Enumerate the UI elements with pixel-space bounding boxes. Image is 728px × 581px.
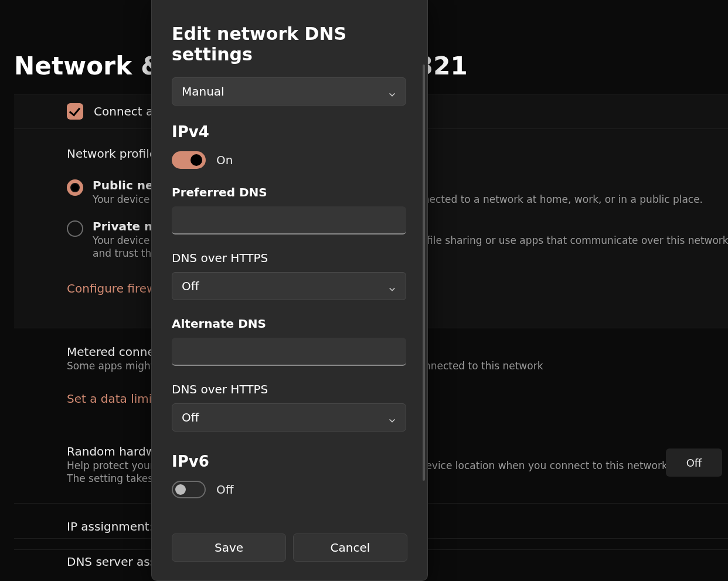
preferred-dns-label: Preferred DNS: [172, 185, 407, 199]
dialog-buttons: Save Cancel: [172, 534, 407, 562]
doh-dropdown[interactable]: Off: [172, 272, 406, 300]
mode-dropdown[interactable]: Manual: [172, 77, 406, 106]
dialog-title: Edit network DNS settings: [172, 23, 407, 64]
doh2-label: DNS over HTTPS: [172, 382, 407, 396]
radio-private[interactable]: [67, 220, 83, 237]
save-button[interactable]: Save: [172, 534, 286, 562]
random-hw-dropdown[interactable]: Off: [666, 449, 722, 477]
doh2-value: Off: [182, 410, 199, 424]
preferred-dns-input[interactable]: [172, 206, 406, 235]
chevron-down-icon: [388, 87, 396, 96]
ipv6-toggle[interactable]: [172, 481, 206, 498]
chevron-down-icon: [388, 282, 396, 290]
doh2-dropdown[interactable]: Off: [172, 403, 406, 431]
radio-public[interactable]: [67, 179, 83, 196]
alternate-dns-label: Alternate DNS: [172, 317, 407, 331]
alternate-dns-input[interactable]: [172, 338, 406, 366]
ipv4-toggle-label: On: [216, 153, 233, 167]
dialog-content: Edit network DNS settings Manual IPv4 On…: [172, 23, 407, 557]
ipv6-toggle-label: Off: [216, 483, 234, 497]
connect-auto-checkbox[interactable]: [67, 103, 83, 120]
doh-label: DNS over HTTPS: [172, 251, 407, 265]
doh-value: Off: [182, 279, 199, 293]
chevron-down-icon: [388, 413, 396, 422]
ipv6-heading: IPv6: [172, 453, 407, 470]
edit-dns-dialog: Edit network DNS settings Manual IPv4 On…: [151, 0, 428, 581]
ip-assignment-label: IP assignment:: [14, 519, 153, 534]
mode-value: Manual: [182, 84, 224, 98]
ipv4-toggle[interactable]: [172, 151, 206, 169]
dialog-scrollbar[interactable]: [423, 64, 425, 481]
ipv4-heading: IPv4: [172, 123, 407, 141]
settings-page: Network & internet 321 Connect automatic…: [0, 0, 728, 581]
cancel-button[interactable]: Cancel: [293, 534, 407, 562]
